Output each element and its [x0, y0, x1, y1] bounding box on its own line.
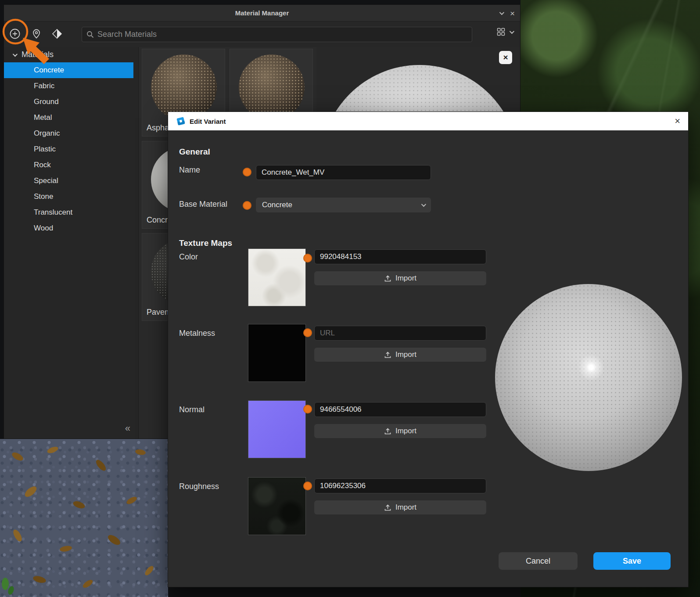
viewport-leaves — [0, 439, 168, 597]
sidebar-item-stone[interactable]: Stone — [4, 189, 138, 205]
search-materials-field[interactable] — [82, 27, 472, 42]
name-input[interactable] — [256, 165, 431, 180]
dialog-body: General Name Base Material Concrete Text… — [168, 130, 688, 587]
upload-icon — [384, 351, 391, 359]
upload-icon — [384, 275, 391, 282]
plus-circle-icon — [9, 28, 21, 40]
upload-icon — [384, 504, 391, 511]
metalness-map-thumbnail[interactable] — [248, 324, 306, 382]
upload-icon — [384, 428, 391, 435]
name-label: Name — [179, 165, 200, 175]
variant-preview-sphere — [495, 284, 682, 471]
base-material-modified-dot — [243, 201, 251, 210]
viewport-ground-texture — [0, 439, 168, 597]
roblox-studio-icon — [176, 116, 186, 126]
close-detail-button[interactable]: × — [499, 51, 512, 64]
base-material-label: Base Material — [179, 200, 227, 209]
grid-view-icon — [497, 28, 505, 36]
dialog-titlebar: Edit Variant × — [168, 112, 688, 130]
sidebar-item-wood[interactable]: Wood — [4, 220, 138, 236]
roughness-map-label: Roughness — [179, 482, 219, 491]
view-options-button[interactable] — [497, 28, 513, 36]
search-input[interactable] — [97, 30, 467, 39]
window-controls: × — [499, 5, 515, 22]
color-map-thumbnail[interactable] — [248, 248, 306, 306]
normal-import-button[interactable]: Import — [314, 424, 486, 438]
sidebar-item-special[interactable]: Special — [4, 173, 138, 189]
sidebar-item-fabric[interactable]: Fabric — [4, 78, 138, 94]
general-heading: General — [179, 147, 210, 157]
sidebar-item-ground[interactable]: Ground — [4, 94, 138, 110]
screen: Material Manager × — [0, 0, 700, 597]
roughness-map-thumbnail[interactable] — [248, 477, 306, 535]
base-material-value: Concrete — [262, 201, 292, 209]
material-manager-title: Material Manager — [235, 9, 289, 17]
asphalt-preview-sphere — [151, 54, 217, 120]
tree-expand-icon — [13, 51, 18, 56]
material-manager-toolbar — [4, 22, 520, 47]
close-window-icon[interactable]: × — [510, 9, 515, 18]
pick-material-button[interactable] — [30, 28, 43, 40]
materials-tree-root[interactable]: Materials — [4, 47, 138, 62]
import-label: Import — [395, 274, 416, 283]
normal-asset-id-input[interactable] — [314, 402, 486, 417]
texture-maps-heading: Texture Maps — [179, 238, 232, 248]
sidebar-item-plastic[interactable]: Plastic — [4, 141, 138, 157]
sidebar-item-organic[interactable]: Organic — [4, 126, 138, 141]
dialog-title: Edit Variant — [190, 118, 226, 125]
edit-variant-dialog: Edit Variant × General Name Base Materia… — [168, 112, 688, 587]
cancel-button[interactable]: Cancel — [499, 552, 578, 570]
base-material-select[interactable]: Concrete — [256, 198, 431, 212]
add-material-button[interactable] — [9, 28, 21, 40]
material-manager-titlebar: Material Manager × — [4, 5, 520, 22]
metalness-map-label: Metalness — [179, 329, 215, 338]
roughness-asset-id-input[interactable] — [314, 478, 486, 493]
sidebar-item-metal[interactable]: Metal — [4, 110, 138, 126]
name-modified-dot — [243, 168, 251, 176]
chevron-down-icon — [510, 29, 514, 33]
color-modified-dot — [303, 254, 312, 263]
normal-modified-dot — [303, 405, 312, 414]
metalness-modified-dot — [303, 328, 312, 337]
color-import-button[interactable]: Import — [314, 271, 486, 285]
tree-root-label: Materials — [22, 50, 54, 59]
roughness-modified-dot — [303, 482, 312, 490]
roughness-import-button[interactable]: Import — [314, 500, 486, 514]
import-label: Import — [395, 350, 416, 359]
sidebar-item-rock[interactable]: Rock — [4, 157, 138, 173]
normal-map-label: Normal — [179, 405, 205, 414]
map-pin-icon — [31, 28, 42, 40]
search-icon — [86, 31, 94, 38]
metalness-url-input[interactable] — [314, 326, 486, 341]
sidebar-item-concrete[interactable]: Concrete — [4, 62, 133, 78]
materials-sidebar: Materials Concrete Fabric Ground Metal O… — [4, 47, 139, 439]
import-label: Import — [395, 503, 416, 512]
sidebar-collapse-button[interactable]: « — [125, 423, 130, 434]
collapse-window-icon[interactable] — [499, 10, 504, 15]
color-asset-id-input[interactable] — [314, 249, 486, 264]
color-map-label: Color — [179, 252, 198, 262]
material-variant-button[interactable] — [51, 28, 63, 40]
save-button[interactable]: Save — [593, 552, 671, 570]
sidebar-item-translucent[interactable]: Translucent — [4, 205, 138, 220]
normal-map-thumbnail[interactable] — [248, 400, 306, 458]
metalness-import-button[interactable]: Import — [314, 348, 486, 362]
import-label: Import — [395, 427, 416, 435]
chevron-down-icon — [421, 202, 426, 207]
material-swatch-icon — [51, 28, 63, 40]
material-preview-sphere — [239, 54, 305, 120]
dialog-close-icon[interactable]: × — [675, 116, 680, 126]
